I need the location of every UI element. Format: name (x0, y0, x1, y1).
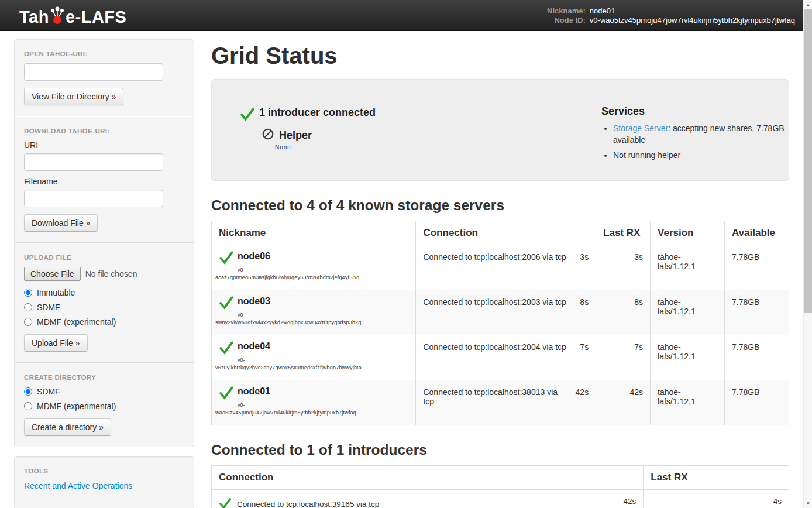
services-block: Services Storage Server: accepting new s… (601, 105, 789, 164)
divider (15, 242, 194, 243)
divider (15, 362, 194, 363)
server-id-prefix: v0- (238, 357, 412, 363)
col-version: Version (651, 221, 725, 245)
version-value: tahoe-lafs/1.12.1 (651, 335, 725, 380)
server-nickname: node03 (238, 294, 270, 307)
available-value: 7.78GB (724, 380, 789, 425)
recent-operations-link[interactable]: Recent and Active Operations (24, 481, 132, 490)
content: OPEN TAHOE-URI: View File or Directory »… (0, 31, 803, 508)
no-helper-icon (262, 128, 274, 143)
scrollbar-thumb[interactable] (804, 9, 812, 313)
col-nickname: Nickname (212, 221, 416, 245)
service-storage-item: Storage Server: accepting new shares, 7.… (613, 122, 787, 146)
service-helper-item: Not running helper (613, 149, 787, 161)
table-row: node06 v0- acaz7qptmeo6m3asjlgkb6iwlyuqe… (212, 245, 789, 290)
no-file-chosen-text: No file chosen (85, 269, 137, 279)
upload-mdmf-radio[interactable] (24, 318, 32, 326)
vertical-scrollbar[interactable]: ▲ ▼ (803, 0, 812, 508)
node-id-label: Node ID: (547, 16, 586, 25)
filename-field-label: Filename (24, 177, 184, 186)
connected-check-icon (219, 295, 234, 312)
scrollbar-up-arrow[interactable]: ▲ (804, 0, 812, 9)
tools-panel: TOOLS Recent and Active Operations (14, 456, 194, 508)
sidebar: OPEN TAHOE-URI: View File or Directory »… (14, 39, 194, 508)
server-id-hash: v6zuyjkbrrkqy2bvc2cny7qwax5sxumedsxfzfjw… (215, 365, 412, 370)
dir-sdmf-radio[interactable] (24, 387, 32, 396)
storage-server-link[interactable]: Storage Server (613, 123, 668, 133)
open-uri-input[interactable] (24, 63, 163, 81)
choose-file-button[interactable]: Choose File (24, 267, 81, 281)
upload-file-button[interactable]: Upload File » (24, 334, 88, 352)
introducers-table-header-row: Connection Last RX (212, 465, 789, 489)
server-id-prefix: v0- (238, 267, 412, 273)
server-id-prefix: v0- (238, 402, 412, 408)
storage-servers-table: Nickname Connection Last RX Version Avai… (211, 221, 789, 425)
download-file-button[interactable]: Download File » (24, 214, 98, 232)
node-info: Nickname: node01 Node ID: v0-wao5tzv45pm… (547, 6, 795, 25)
connection-age: 42s (623, 497, 636, 506)
nickname-value: node01 (590, 6, 795, 15)
version-value: tahoe-lafs/1.12.1 (651, 245, 725, 290)
connection-text: Connected to tcp:localhost:2004 via tcp (423, 342, 566, 352)
page-title: Grid Status (211, 42, 789, 70)
helper-value: None (275, 144, 601, 150)
connected-check-icon (219, 340, 234, 357)
divider (15, 116, 194, 117)
download-uri-input[interactable] (24, 153, 163, 171)
introducer-status-text: 1 introducer connected (259, 105, 376, 119)
helper-label: Helper (279, 129, 312, 142)
introducers-table: Connection Last RX Connected to tcp:loca… (211, 465, 789, 508)
node-id-value: v0-wao5tzv45pmoju47jow7rvl4ukirjm5ytbh2k… (590, 16, 795, 25)
col-last-rx: Last RX (596, 221, 651, 245)
upload-immutable-label: Immutable (37, 288, 75, 297)
main-area: Grid Status 1 introducer connected Helpe… (211, 39, 789, 508)
page: Tah e-LAFS Nickname: node01 Node ID: v0-… (0, 0, 812, 508)
view-file-or-directory-button[interactable]: View File or Directory » (24, 88, 123, 105)
sidebar-main-panel: OPEN TAHOE-URI: View File or Directory »… (14, 39, 194, 447)
connection-text: Connected to tcp:localhost:2003 via tcp (423, 297, 566, 307)
scrollbar-down-arrow[interactable]: ▼ (804, 499, 812, 508)
upload-mdmf-label: MDMF (experimental) (37, 317, 116, 327)
download-tahoe-uri-heading: DOWNLOAD TAHOE-URI: (24, 128, 184, 135)
col-connection: Connection (416, 221, 596, 245)
last-rx-value: 42s (596, 380, 651, 425)
version-value: tahoe-lafs/1.12.1 (651, 380, 725, 425)
connected-check-icon (219, 497, 232, 508)
tahoe-node-icon (49, 4, 66, 27)
server-id-hash: acaz7qptmeo6m3asjlgkb6iwlyuqey53hz26tbdm… (215, 274, 412, 280)
top-navbar: Tah e-LAFS Nickname: node01 Node ID: v0-… (0, 0, 803, 31)
last-rx-value: 3s (596, 245, 651, 290)
server-nickname: node06 (238, 249, 270, 262)
create-directory-button[interactable]: Create a directory » (24, 418, 111, 436)
storage-table-header-row: Nickname Connection Last RX Version Avai… (212, 221, 789, 245)
upload-immutable-radio[interactable] (24, 289, 32, 297)
introducer-check-icon (240, 107, 255, 124)
upload-sdmf-radio[interactable] (24, 303, 32, 311)
download-filename-input[interactable] (24, 190, 163, 207)
tahoe-lafs-logo: Tah e-LAFS (19, 4, 126, 27)
table-row: node04 v0- v6zuyjkbrrkqy2bvc2cny7qwax5sx… (212, 335, 789, 380)
nickname-label: Nickname: (547, 6, 586, 15)
grid-status-summary: 1 introducer connected Helper None Servi… (211, 79, 789, 181)
upload-sdmf-label: SDMF (37, 303, 60, 312)
server-nickname: node01 (238, 384, 270, 397)
version-value: tahoe-lafs/1.12.1 (651, 290, 725, 335)
connection-age: 42s (576, 387, 589, 406)
introducers-heading: Connected to 1 of 1 introducers (211, 442, 789, 458)
last-rx-value: 4s (644, 489, 789, 508)
server-id-prefix: v0- (238, 312, 412, 318)
dir-mdmf-radio[interactable] (24, 402, 32, 410)
connection-text: Connected to tcp:localhost:38013 via tcp (423, 387, 569, 406)
dir-mdmf-label: MDMF (experimental) (37, 401, 116, 411)
status-left: 1 introducer connected Helper None (212, 105, 601, 164)
tools-heading: TOOLS (24, 468, 184, 475)
uri-field-label: URI (24, 140, 184, 150)
available-value: 7.78GB (724, 245, 789, 290)
col-connection: Connection (212, 465, 644, 489)
table-row: node03 v0- swny2viyw63ofxwi4x2yykd2woqjb… (212, 290, 789, 335)
connection-age: 7s (580, 342, 589, 352)
connection-age: 3s (580, 252, 589, 262)
last-rx-value: 8s (596, 290, 651, 335)
last-rx-value: 7s (596, 335, 651, 380)
table-row: Connected to tcp:localhost:39165 via tcp… (212, 489, 789, 508)
